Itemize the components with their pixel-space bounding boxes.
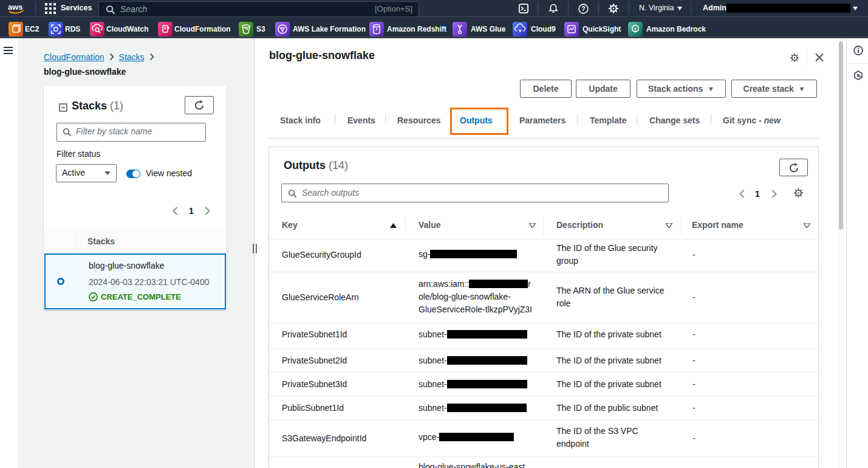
svg-text:9: 9 xyxy=(519,28,522,33)
svg-text:aws: aws xyxy=(8,2,23,12)
svg-text:?: ? xyxy=(581,5,585,12)
